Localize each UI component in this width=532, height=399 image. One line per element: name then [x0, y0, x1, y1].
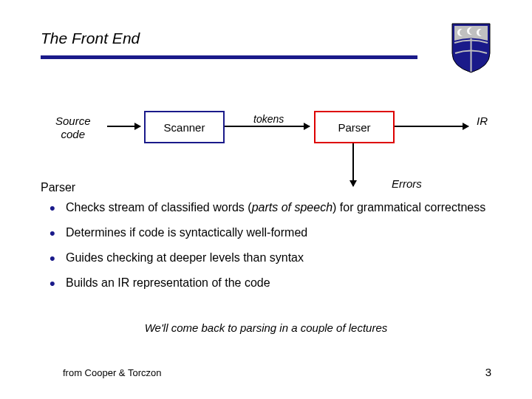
arrow-parser-to-errors	[352, 143, 354, 186]
svg-point-3	[469, 27, 477, 35]
source-code-label: Sourcecode	[55, 115, 91, 141]
arrow-source-to-scanner	[107, 126, 140, 127]
parser-box: Parser	[314, 111, 395, 143]
shield-logo	[451, 22, 491, 77]
arrow-parser-to-ir	[395, 126, 468, 127]
title-underline	[41, 55, 417, 59]
bullet-item: Determines if code is syntactically well…	[63, 225, 491, 240]
page-number: 3	[485, 366, 491, 378]
closing-note: We'll come back to parsing in a couple o…	[0, 321, 532, 334]
ir-label: IR	[477, 115, 488, 127]
body-content: Parser Checks stream of classified words…	[41, 181, 491, 301]
pipeline-diagram: Sourcecode Scanner tokens Parser IR	[41, 111, 499, 170]
footer-attribution: from Cooper & Torczon	[63, 367, 161, 378]
svg-point-5	[479, 29, 486, 36]
svg-point-1	[460, 29, 467, 36]
arrow-scanner-to-parser	[225, 126, 310, 127]
tokens-label: tokens	[253, 113, 284, 125]
bullet-item: Checks stream of classified words (parts…	[63, 200, 491, 215]
slide-title: The Front End	[41, 30, 140, 47]
bullet-item: Guides checking at deeper levels than sy…	[63, 250, 491, 265]
scanner-box: Scanner	[144, 111, 225, 143]
section-heading: Parser	[41, 181, 491, 194]
bullet-item: Builds an IR representation of the code	[63, 276, 491, 290]
